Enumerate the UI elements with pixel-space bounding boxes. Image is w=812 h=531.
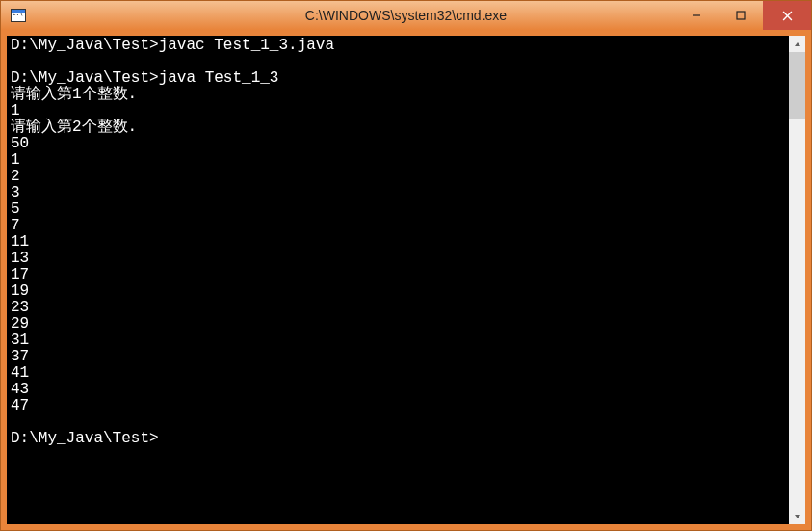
maximize-button[interactable] [719, 1, 763, 30]
titlebar[interactable]: C:\WINDOWS\system32\cmd.exe [1, 1, 811, 30]
minimize-button[interactable] [674, 1, 719, 30]
scroll-track[interactable] [789, 52, 805, 508]
scroll-down-button[interactable] [789, 508, 805, 524]
scroll-up-button[interactable] [789, 36, 805, 52]
cmd-icon [11, 9, 26, 22]
vertical-scrollbar[interactable] [789, 36, 805, 524]
svg-rect-1 [737, 12, 745, 19]
close-button[interactable] [763, 1, 811, 30]
svg-marker-4 [795, 42, 800, 46]
window-title: C:\WINDOWS\system32\cmd.exe [305, 8, 507, 23]
window-controls [674, 1, 811, 30]
console-output: D:\My_Java\Test>javac Test_1_3.java D:\M… [7, 36, 789, 524]
scroll-thumb[interactable] [789, 52, 805, 119]
svg-marker-5 [795, 515, 800, 518]
cmd-window: C:\WINDOWS\system32\cmd.exe D:\My_Java\T… [0, 0, 812, 531]
content-area: D:\My_Java\Test>javac Test_1_3.java D:\M… [1, 30, 811, 530]
console[interactable]: D:\My_Java\Test>javac Test_1_3.java D:\M… [7, 36, 805, 524]
